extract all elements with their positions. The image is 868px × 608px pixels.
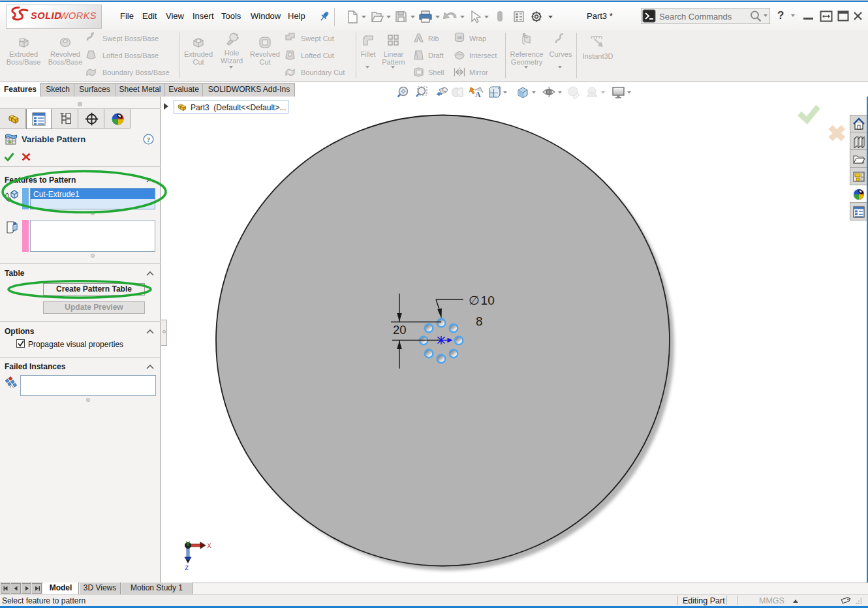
svg-text:?: ? <box>147 136 151 144</box>
svg-text:20: 20 <box>393 323 407 337</box>
svg-text:WORKS: WORKS <box>59 10 97 21</box>
svg-text:A: A <box>475 90 481 99</box>
svg-text:ab: ab <box>457 35 463 40</box>
svg-text:SOLID: SOLID <box>31 10 61 21</box>
svg-text:8: 8 <box>476 314 483 328</box>
svg-text:Z: Z <box>185 565 189 572</box>
svg-text:∅10: ∅10 <box>469 294 495 307</box>
svg-text:X: X <box>208 543 211 550</box>
